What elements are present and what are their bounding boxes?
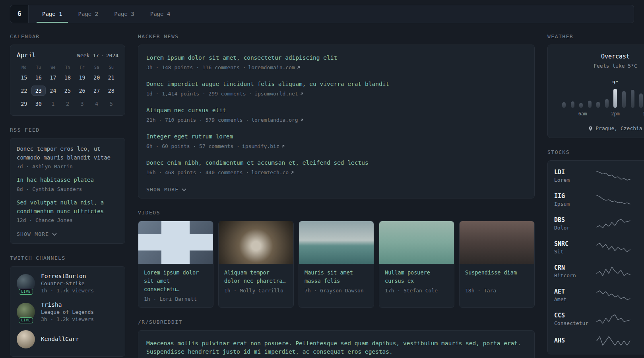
hn-item-title[interactable]: Integer eget rutrum lorem (146, 132, 526, 141)
rss-item-title[interactable]: In hac habitasse platea (17, 176, 118, 185)
hn-source-link[interactable]: ipsumify.biz (242, 143, 285, 149)
subreddit-card: Maecenas mollis pulvinar erat non posuer… (138, 330, 535, 358)
twitch-channel-row[interactable]: KendallCarr (17, 330, 118, 348)
rss-show-more-button[interactable]: SHOW MORE (17, 231, 57, 237)
calendar-day: 28 (104, 86, 118, 96)
stock-price: $156.28 (634, 224, 644, 230)
weather-peak-temp: 9° (612, 80, 619, 86)
video-thumbnail (299, 221, 374, 264)
calendar-day: 19 (75, 72, 89, 83)
tab-page-4[interactable]: Page 4 (145, 5, 176, 23)
stock-price: $165.84 (634, 320, 644, 326)
hn-item: Lorem ipsum dolor sit amet, consectetur … (146, 54, 526, 70)
calendar-day: 17 (46, 72, 60, 83)
external-link-icon (300, 92, 304, 96)
hn-meta-text: 3h · 148 points · 116 comments · (146, 64, 246, 70)
tab-page-2[interactable]: Page 2 (73, 5, 104, 23)
stock-row[interactable]: LDI Lorem +4.35% $795.18 (554, 164, 644, 188)
calendar-day-header: Th (60, 65, 75, 70)
hn-item-title[interactable]: Aliquam nec cursus elit (146, 106, 526, 115)
stock-row[interactable]: AET Amet +0.92% $499.72 (554, 283, 644, 307)
stock-row[interactable]: AHS +0.46% (554, 331, 644, 351)
subreddit-post-title[interactable]: Maecenas mollis pulvinar erat non posuer… (146, 339, 526, 356)
hn-item-meta: 3h · 148 points · 116 comments · loremdo… (146, 64, 526, 70)
weather-condition: Overcast (554, 53, 644, 60)
rss-item-title[interactable]: Donec tempor eros leo, ut commodo mauris… (17, 145, 118, 162)
video-card[interactable]: Lorem ipsum dolor sit amet consectetu… 1… (138, 221, 213, 308)
stock-sparkline (596, 195, 630, 205)
channel-name: Trisha (41, 302, 94, 308)
stock-row[interactable]: CCS Consectetur +0.51% $165.84 (554, 307, 644, 331)
stock-symbol: LDI (554, 169, 592, 176)
hn-item-title[interactable]: Donec enim nibh, condimentum et accumsan… (146, 159, 526, 167)
stock-row[interactable]: DBS Dolor +1.42% $156.28 (554, 212, 644, 235)
twitch-card: LIVE ForrestBurton Counter-Strike 1h · 1… (10, 266, 125, 357)
stock-symbol: DBS (554, 216, 592, 224)
hn-source-link[interactable]: loremtech.co (251, 169, 294, 175)
tab-page-1[interactable]: Page 1 (37, 5, 68, 23)
calendar-day-header: Sa (89, 65, 104, 70)
stock-row[interactable]: CRN Bitcorn -1.00% $66,171.48 (554, 259, 644, 283)
channel-name: ForrestBurton (41, 273, 94, 279)
calendar-day: 2 (60, 99, 75, 109)
channel-avatar-image (17, 330, 35, 348)
channel-game: League of Legends (41, 309, 94, 315)
stock-row[interactable]: SNRC Sit +1.36% $148.64 (554, 235, 644, 259)
video-card[interactable]: Mauris sit amet massa felis 7h · Grayson… (299, 221, 374, 308)
weather-feels-like: Feels like 5°C (554, 63, 644, 69)
calendar-day: 25 (60, 86, 75, 96)
video-card[interactable]: Suspendisse diam 18h · Tara (459, 221, 535, 308)
channel-meta: 3h · 1.2k viewers (41, 316, 94, 322)
calendar-day: 29 (17, 99, 31, 109)
rss-widget: RSS FEED Donec tempor eros leo, ut commo… (10, 127, 125, 244)
app-logo[interactable]: G (10, 5, 29, 23)
stock-price: $42.04 (634, 200, 644, 206)
video-title: Aliquam tempor dolor nec pharetra… (224, 268, 288, 285)
stock-row[interactable]: IIG Ipsum +2.84% $42.04 (554, 188, 644, 212)
hn-source-link[interactable]: loremlandia.org (251, 117, 303, 123)
video-card[interactable]: Nullam posuere cursus ex 17h · Stefan Co… (379, 221, 454, 308)
calendar-day: 18 (60, 72, 75, 83)
hn-source-link[interactable]: loremdomain.com (248, 64, 300, 70)
weather-location: Prague, Czechia (554, 125, 644, 131)
video-card[interactable]: Aliquam tempor dolor nec pharetra… 1h · … (218, 221, 294, 308)
subreddit-widget: /R/SUBREDDIT Maecenas mollis pulvinar er… (138, 319, 535, 358)
calendar-day-header: Fr (75, 65, 89, 70)
rss-item: Donec tempor eros leo, ut commodo mauris… (17, 145, 118, 169)
stock-sparkline (596, 266, 630, 276)
rss-item: Sed volutpat nulla nisl, a condimentum n… (17, 198, 118, 223)
twitch-channel-row[interactable]: LIVE Trisha League of Legends 3h · 1.2k … (17, 302, 118, 322)
hn-show-more-button[interactable]: SHOW MORE (146, 187, 186, 193)
hn-item-title[interactable]: Lorem ipsum dolor sit amet, consectetur … (146, 54, 526, 62)
hn-source-domain: ipsumify.biz (242, 143, 279, 149)
chevron-down-icon (52, 233, 57, 236)
twitch-channel-row[interactable]: LIVE ForrestBurton Counter-Strike 1h · 1… (17, 273, 118, 294)
stock-sparkline (596, 171, 630, 181)
avatar (17, 330, 35, 348)
video-meta: 17h · Stefan Cole (385, 288, 448, 294)
stock-sparkline (596, 218, 630, 229)
stock-change: +1.42% (634, 217, 644, 223)
video-title: Suspendisse diam (465, 268, 529, 285)
calendar-day: 30 (31, 99, 46, 109)
weather-hour-bar (571, 101, 574, 108)
calendar-day: 4 (89, 99, 104, 109)
rss-item-title[interactable]: Sed volutpat nulla nisl, a condimentum n… (17, 198, 118, 216)
hn-meta-text: 21h · 710 points · 579 comments · (146, 117, 249, 123)
calendar-widget: CALENDAR April Week 17·2024 MoTuWeThFrSa… (10, 33, 125, 116)
hn-item-title[interactable]: Donec imperdiet augue tincidunt felis al… (146, 80, 526, 88)
hn-meta-text: 1d · 1,414 points · 299 comments · (146, 91, 252, 97)
video-meta: 7h · Grayson Dawson (305, 288, 368, 294)
weather-hour-bar (613, 89, 617, 108)
subreddit-section-title: /R/SUBREDDIT (138, 319, 535, 325)
stock-symbol: SNRC (554, 240, 592, 247)
tab-page-3[interactable]: Page 3 (109, 5, 140, 23)
hn-source-link[interactable]: ipsumworld.net (254, 91, 304, 97)
stock-change: +0.46% (634, 337, 644, 344)
right-column: WEATHER Overcast Feels like 5°C 9° 6am2p… (547, 33, 644, 358)
rss-item-meta: 8d · Cynthia Saunders (17, 186, 118, 192)
external-link-icon (281, 144, 285, 148)
rss-item: In hac habitasse platea 8d · Cynthia Sau… (17, 176, 118, 192)
show-more-label: SHOW MORE (146, 187, 178, 193)
calendar-day-header: We (46, 65, 60, 70)
